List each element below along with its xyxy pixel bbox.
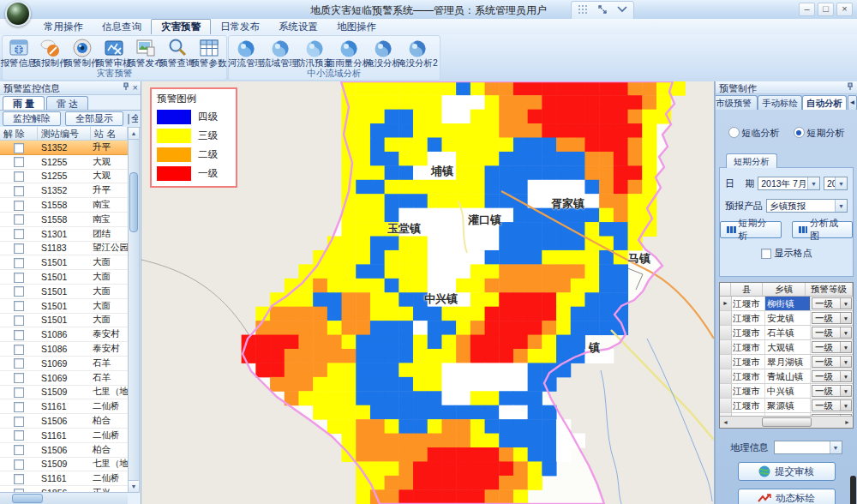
- town-warning-row[interactable]: 江堰市翠月湖镇一级▼: [720, 355, 853, 369]
- level-dropdown[interactable]: 一级▼: [812, 399, 852, 411]
- town-warning-row[interactable]: ►江堰市柳街镇一级▼: [720, 297, 853, 311]
- town-warning-row[interactable]: 江堰市大观镇一级▼: [720, 340, 853, 355]
- town-warning-row[interactable]: 江堰市聚源镇一级▼: [720, 399, 853, 413]
- release-checkbox[interactable]: [14, 417, 24, 427]
- warning-publish-button[interactable]: 预警发布: [129, 36, 161, 69]
- station-row[interactable]: S1255大观: [0, 155, 128, 170]
- show-grid-checkbox[interactable]: [761, 249, 771, 259]
- station-row[interactable]: S1506柏合: [0, 443, 128, 458]
- station-row[interactable]: S1161二仙桥: [0, 429, 128, 443]
- town-cell[interactable]: 大观镇: [765, 340, 811, 354]
- town-warning-row[interactable]: 江堰市灌口镇一级▼: [720, 428, 853, 429]
- scroll-left-icon[interactable]: ◄: [720, 419, 731, 425]
- radio-short-imminent[interactable]: 短临分析: [728, 127, 780, 140]
- close-panel-icon[interactable]: ×: [133, 82, 138, 93]
- minimize-button[interactable]: –: [799, 3, 815, 16]
- date-dropdown[interactable]: 2013年 7月 8日▼: [758, 177, 820, 190]
- station-row[interactable]: S1352升平: [0, 141, 128, 155]
- station-row[interactable]: S1086泰安村: [0, 342, 128, 357]
- dropdown-arrow-icon[interactable]: ▼: [840, 371, 851, 381]
- menu-item-2[interactable]: 信息查询: [93, 20, 151, 34]
- submerge-analysis-button[interactable]: 淹没分析: [366, 36, 400, 69]
- station-row[interactable]: S1558南宝: [0, 213, 128, 227]
- town-cell[interactable]: 柳街镇: [765, 297, 811, 310]
- release-checkbox[interactable]: [14, 201, 24, 211]
- level-dropdown[interactable]: 一级▼: [812, 385, 852, 397]
- level-dropdown[interactable]: 一级▼: [812, 341, 852, 353]
- station-table-vscrollbar[interactable]: ▲ ▼: [128, 127, 140, 493]
- alarm-info-button[interactable]: 报警信息: [3, 36, 34, 69]
- station-row[interactable]: S1506柏合: [0, 414, 128, 429]
- station-row[interactable]: S1501大面: [0, 270, 128, 285]
- town-warning-row[interactable]: 江堰市青城山镇一级▼: [720, 369, 853, 384]
- station-row[interactable]: S1161二仙桥: [0, 399, 128, 414]
- scroll-right-icon[interactable]: ►: [842, 419, 853, 425]
- short-term-tab[interactable]: 短期分析: [726, 153, 777, 168]
- station-row[interactable]: S1301团结: [0, 227, 128, 242]
- station-row[interactable]: S1501大面: [0, 299, 128, 314]
- dropdown-arrow-icon[interactable]: ▼: [840, 298, 851, 309]
- analysis-plot-button[interactable]: 分析成图: [792, 221, 854, 238]
- pin-icon[interactable]: [122, 82, 129, 93]
- menu-item-3[interactable]: 灾害预警: [151, 19, 211, 34]
- release-checkbox[interactable]: [14, 373, 24, 383]
- level-dropdown[interactable]: 一级▼: [812, 370, 852, 382]
- product-dropdown[interactable]: 乡镇预报▼: [766, 199, 848, 213]
- submerge-analysis2-button[interactable]: 淹没分析2: [400, 36, 434, 69]
- town-cell[interactable]: 石羊镇: [765, 326, 811, 339]
- release-checkbox[interactable]: [14, 301, 24, 311]
- station-row[interactable]: S1501大面: [0, 314, 128, 328]
- station-row[interactable]: S1509七里（地质灾: [0, 458, 128, 472]
- station-table-hscrollbar[interactable]: [0, 492, 128, 504]
- release-checkbox[interactable]: [14, 143, 24, 153]
- warning-audit-button[interactable]: 预警审核: [98, 36, 129, 69]
- town-cell[interactable]: 聚源镇: [765, 399, 811, 412]
- station-row[interactable]: S1558南宝: [0, 198, 128, 213]
- town-cell[interactable]: 灌口镇: [765, 428, 811, 429]
- release-checkbox[interactable]: [14, 258, 24, 268]
- level-dropdown[interactable]: 一级▼: [812, 297, 852, 309]
- menu-item-6[interactable]: 地图操作: [327, 20, 386, 34]
- app-orb-button[interactable]: [5, 1, 31, 27]
- radio-short-term[interactable]: 短期分析: [794, 127, 845, 140]
- pin-icon[interactable]: [846, 82, 854, 93]
- release-checkbox[interactable]: [14, 387, 24, 398]
- town-cell[interactable]: 青城山镇: [765, 369, 811, 383]
- release-checkbox[interactable]: [14, 430, 24, 441]
- warning-map[interactable]: 预警图例 四级三级二级一级 埔镇胥家镇灌口镇玉堂镇马镇中兴镇镇: [141, 81, 714, 504]
- panel-scroll-thumb[interactable]: [850, 476, 856, 504]
- level-dropdown[interactable]: 一级▼: [812, 356, 852, 368]
- grid-view-icon[interactable]: [573, 3, 592, 16]
- station-row[interactable]: S1183望江公园: [0, 242, 128, 256]
- tab-city-warning[interactable]: 市级预警: [716, 95, 758, 110]
- dropdown-arrow-icon[interactable]: ▼: [840, 400, 851, 411]
- geo-info-dropdown[interactable]: ▼: [774, 441, 842, 454]
- dropdown-arrow-icon[interactable]: ▼: [840, 386, 851, 396]
- release-checkbox[interactable]: [14, 186, 24, 196]
- station-row[interactable]: S1086泰安村: [0, 327, 128, 342]
- station-row[interactable]: S1352升平: [0, 183, 128, 198]
- show-all-button[interactable]: 全部显示: [65, 111, 123, 126]
- chevron-down-icon[interactable]: [613, 3, 632, 16]
- vscroll-thumb[interactable]: [129, 172, 138, 232]
- tab-rainfall[interactable]: 雨 量: [3, 96, 45, 111]
- town-cell[interactable]: 翠月湖镇: [765, 355, 811, 369]
- tab-scroll-left-icon[interactable]: ◄: [848, 95, 857, 110]
- release-checkbox[interactable]: [14, 315, 24, 326]
- menu-item-5[interactable]: 系统设置: [269, 20, 327, 34]
- town-table-hscrollbar[interactable]: ◄ ►: [720, 416, 853, 428]
- town-cell[interactable]: 中兴镇: [765, 384, 811, 398]
- scroll-up-icon[interactable]: ▲: [129, 128, 139, 140]
- scroll-down-icon[interactable]: ▼: [129, 480, 139, 492]
- release-monitor-button[interactable]: 监控解除: [3, 111, 61, 126]
- release-checkbox[interactable]: [14, 229, 24, 239]
- town-warning-row[interactable]: 江堰市石羊镇一级▼: [720, 326, 853, 340]
- release-checkbox[interactable]: [14, 445, 24, 455]
- tab-auto-analysis[interactable]: 自动分析: [802, 95, 847, 110]
- submit-review-button[interactable]: 提交审核: [738, 462, 836, 481]
- close-button[interactable]: ×: [836, 3, 853, 16]
- station-row[interactable]: S1069石羊: [0, 357, 128, 371]
- town-cell[interactable]: 安龙镇: [765, 311, 811, 325]
- expand-icon[interactable]: [593, 3, 612, 16]
- release-checkbox[interactable]: [14, 243, 24, 254]
